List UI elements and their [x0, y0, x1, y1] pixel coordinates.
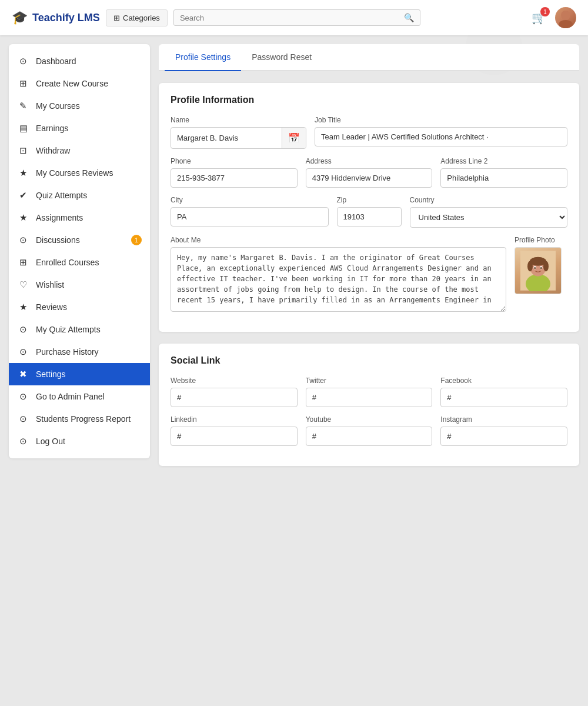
twitter-input[interactable] — [306, 388, 433, 407]
sidebar-item-my-courses[interactable]: ✎ My Courses — [9, 95, 150, 117]
name-input[interactable] — [171, 129, 282, 147]
profile-information-section: Profile Information Name 📅 Job Title — [159, 83, 579, 332]
withdraw-icon: ⊡ — [19, 145, 30, 156]
sidebar-item-purchase-history[interactable]: ⊙ Purchase History — [9, 341, 150, 363]
website-input[interactable] — [171, 388, 298, 407]
reviews-icon: ★ — [19, 168, 30, 178]
job-title-label: Job Title — [315, 116, 567, 124]
sidebar-item-admin-panel[interactable]: ⊙ Go to Admin Panel — [9, 385, 150, 408]
phone-group: Phone — [171, 157, 298, 188]
earnings-icon: ▤ — [19, 123, 30, 134]
discussions-badge: 1 — [131, 235, 142, 245]
sidebar-item-students-progress[interactable]: ⊙ Students Progress Report — [9, 408, 150, 430]
profile-photo-box[interactable] — [514, 247, 562, 294]
search-bar: 🔍 — [173, 9, 420, 26]
sidebar-item-quiz-attempts[interactable]: ✔ Quiz Attempts — [9, 184, 150, 207]
sidebar: ⊙ Dashboard ⊞ Create New Course ✎ My Cou… — [9, 44, 150, 458]
settings-icon: ✖ — [19, 369, 30, 379]
sidebar-item-label: Settings — [36, 369, 66, 379]
create-course-icon: ⊞ — [19, 78, 30, 89]
city-label: City — [171, 196, 329, 204]
calendar-icon[interactable]: 📅 — [282, 128, 306, 148]
name-input-wrapper: 📅 — [171, 127, 306, 149]
linkedin-label: Linkedin — [171, 415, 298, 424]
profile-photo — [515, 248, 561, 294]
tab-password-reset[interactable]: Password Reset — [241, 44, 322, 71]
country-group: Country United States Canada United King… — [410, 196, 568, 228]
sidebar-item-withdraw[interactable]: ⊡ Withdraw — [9, 139, 150, 162]
discussions-icon: ⊙ — [19, 235, 30, 245]
photo-label: Profile Photo — [514, 236, 567, 244]
sidebar-item-reviews[interactable]: ★ Reviews — [9, 296, 150, 318]
country-label: Country — [410, 196, 568, 204]
sidebar-item-settings[interactable]: ✖ Settings — [9, 363, 150, 385]
about-textarea[interactable]: Hey, my name's Margaret B. Davis. I am t… — [171, 247, 506, 312]
zip-label: Zip — [337, 196, 402, 204]
logo-area: 🎓 Teachify LMS — [12, 10, 106, 25]
address2-group: Address Line 2 — [440, 157, 567, 188]
facebook-input[interactable] — [440, 388, 567, 407]
instagram-input[interactable] — [440, 427, 567, 446]
logo-text: Teachify LMS — [32, 12, 100, 24]
logo-icon: 🎓 — [12, 10, 28, 25]
header: 🎓 Teachify LMS ⊞ Categories 🔍 🛒 1 — [0, 0, 588, 35]
search-input[interactable] — [180, 14, 404, 22]
sidebar-item-label: Earnings — [36, 124, 68, 133]
sidebar-item-assignments[interactable]: ★ Assignments — [9, 207, 150, 229]
facebook-group: Facebook — [440, 377, 567, 407]
categories-button[interactable]: ⊞ Categories — [106, 9, 168, 26]
facebook-label: Facebook — [440, 377, 567, 385]
tab-bar: Profile Settings Password Reset — [159, 44, 579, 71]
search-icon: 🔍 — [404, 13, 414, 22]
sidebar-item-label: Quiz Attempts — [36, 191, 87, 200]
tab-profile-settings[interactable]: Profile Settings — [165, 44, 241, 71]
grid-icon: ⊞ — [113, 14, 120, 22]
purchase-icon: ⊙ — [19, 347, 30, 357]
twitter-label: Twitter — [306, 377, 433, 385]
city-zip-country-row: City Zip Country United States Canada Un… — [171, 196, 567, 228]
sidebar-item-label: My Quiz Attempts — [36, 325, 101, 334]
avatar[interactable] — [555, 7, 576, 28]
sidebar-item-enrolled-courses[interactable]: ⊞ Enrolled Courses — [9, 251, 150, 274]
name-label: Name — [171, 116, 306, 124]
categories-label: Categories — [123, 14, 160, 22]
zip-input[interactable] — [337, 207, 402, 227]
sidebar-item-discussions[interactable]: ⊙ Discussions 1 — [9, 229, 150, 251]
youtube-group: Youtube — [306, 415, 433, 446]
instagram-group: Instagram — [440, 415, 567, 446]
phone-input[interactable] — [171, 168, 298, 188]
sidebar-item-earnings[interactable]: ▤ Earnings — [9, 117, 150, 139]
avatar-image — [555, 7, 576, 28]
address-input[interactable] — [306, 168, 433, 188]
city-input[interactable] — [171, 207, 329, 227]
country-select[interactable]: United States Canada United Kingdom Aust… — [410, 207, 568, 228]
sidebar-item-label: Enrolled Courses — [36, 258, 99, 267]
linkedin-input[interactable] — [171, 427, 298, 446]
svg-point-8 — [527, 261, 533, 272]
youtube-label: Youtube — [306, 415, 433, 424]
about-me-group: About Me Hey, my name's Margaret B. Davi… — [171, 236, 506, 312]
sidebar-item-dashboard[interactable]: ⊙ Dashboard — [9, 50, 150, 72]
sidebar-item-label: Log Out — [36, 437, 65, 446]
youtube-input[interactable] — [306, 427, 433, 446]
sidebar-item-create-new-course[interactable]: ⊞ Create New Course — [9, 72, 150, 95]
sidebar-item-my-quiz-attempts[interactable]: ⊙ My Quiz Attempts — [9, 318, 150, 341]
website-group: Website — [171, 377, 298, 407]
svg-point-2 — [559, 20, 573, 28]
logout-icon: ⊙ — [19, 436, 30, 447]
job-title-group: Job Title — [315, 116, 567, 149]
name-group: Name 📅 — [171, 116, 306, 149]
sidebar-item-label: Wishlist — [36, 280, 64, 289]
address2-input[interactable] — [440, 168, 567, 188]
social-link-title: Social Link — [171, 355, 567, 366]
name-job-row: Name 📅 Job Title — [171, 116, 567, 149]
phone-label: Phone — [171, 157, 298, 165]
linkedin-group: Linkedin — [171, 415, 298, 446]
twitter-group: Twitter — [306, 377, 433, 407]
sidebar-item-my-courses-reviews[interactable]: ★ My Courses Reviews — [9, 162, 150, 184]
sidebar-item-wishlist[interactable]: ♡ Wishlist — [9, 274, 150, 296]
job-title-input[interactable] — [315, 127, 567, 146]
sidebar-item-log-out[interactable]: ⊙ Log Out — [9, 430, 150, 452]
dashboard-icon: ⊙ — [19, 56, 30, 66]
cart-button[interactable]: 🛒 1 — [532, 11, 546, 25]
